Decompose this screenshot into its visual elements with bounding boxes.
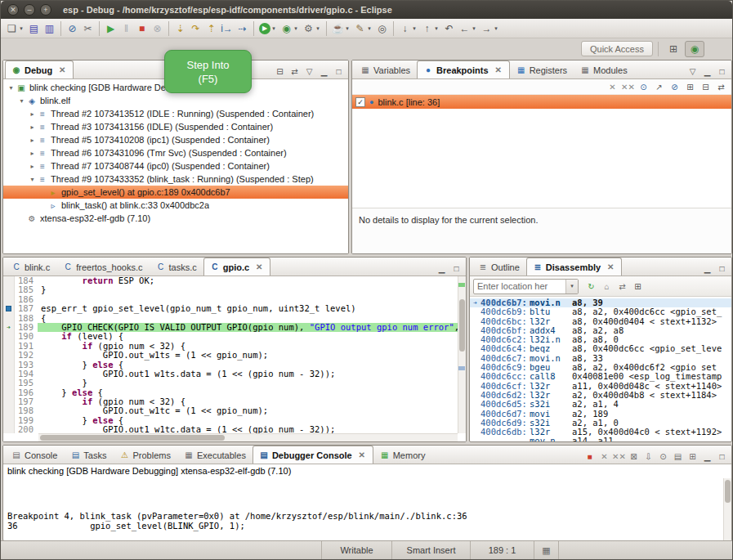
window-minimize-button[interactable]: – — [24, 4, 35, 16]
tab-debugger-console[interactable]: ▤Debugger Console✕ — [253, 446, 373, 464]
minimize-button[interactable]: ▁ — [435, 262, 449, 276]
minimize-button[interactable]: ▁ — [700, 450, 714, 464]
expander-open-icon[interactable]: ▾ — [7, 84, 16, 92]
terminate-button[interactable]: ■ — [134, 20, 150, 37]
save-all-button[interactable]: ▥ — [42, 20, 57, 37]
refresh-button[interactable]: ↻ — [584, 280, 598, 293]
forward-button[interactable]: →▾ — [479, 20, 501, 37]
show-breakpoints-for-button[interactable]: ⊙ — [637, 80, 650, 94]
expander-closed-icon[interactable]: ▸ — [28, 110, 37, 118]
location-input[interactable] — [474, 280, 565, 293]
tab-console[interactable]: ▤Console — [5, 446, 64, 464]
breakpoints-list-area[interactable] — [352, 109, 731, 208]
expander-closed-icon[interactable]: ▸ — [28, 137, 37, 144]
last-edit-location-button[interactable]: ↶ — [441, 20, 457, 37]
editor-vertical-scrollbar[interactable] — [458, 276, 466, 433]
home-button[interactable]: ⌂ — [600, 280, 614, 293]
remove-launch-button[interactable]: ✕ — [597, 450, 611, 464]
scrollbar-thumb[interactable] — [40, 435, 225, 441]
window-close-button[interactable]: ✕ — [7, 4, 19, 16]
tab-close-icon[interactable]: ✕ — [494, 65, 503, 74]
tab-problems[interactable]: ⚠Problems — [113, 446, 177, 464]
instruction-stepping-button[interactable]: i→ — [219, 20, 235, 37]
display-console-button[interactable]: ▤ — [671, 450, 685, 464]
breakpoint-checkbox[interactable]: ✓ — [355, 97, 365, 107]
editor-horizontal-scrollbar[interactable] — [38, 433, 458, 441]
open-perspective-button[interactable]: ⊞ — [664, 41, 683, 57]
skip-all-breakpoints-button[interactable]: ⊘ — [65, 20, 80, 37]
step-return-button[interactable]: ⇡ — [203, 20, 219, 37]
debug-tree-item[interactable]: ▾◈blink.elf — [3, 94, 348, 107]
debug-tree-item[interactable]: ▸≡Thread #7 1073408744 (ipc0) (Suspended… — [3, 159, 348, 172]
view-menu-button[interactable]: ▽ — [686, 65, 699, 78]
scrollbar-thumb[interactable] — [725, 480, 731, 503]
console-vertical-scrollbar[interactable] — [723, 478, 731, 540]
debug-tree-item[interactable]: ▸gpio_set_level() at gpio.c:189 0x400dc6… — [3, 186, 348, 199]
tab-freertos-hooks-c[interactable]: Cfreertos_hooks.c — [56, 258, 149, 276]
debug-tree-item[interactable]: ▾≡Thread #9 1073433352 (blink_task : Run… — [3, 172, 348, 186]
maximize-button[interactable]: □ — [449, 262, 463, 276]
editor-text-area[interactable]: 184 return ESP_OK;185}186187esp_err_t gp… — [3, 276, 458, 433]
save-button[interactable]: ▤ — [26, 20, 42, 37]
debug-perspective-button[interactable]: ◉ — [685, 41, 704, 57]
expander-closed-icon[interactable]: ▸ — [28, 123, 37, 131]
tab-gpio-c[interactable]: Cgpio.c✕ — [203, 258, 270, 276]
debug-tree-item[interactable]: ▸≡Thread #6 1073431096 (Tmr Svc) (Suspen… — [3, 146, 348, 159]
resume-button[interactable]: ▶ — [103, 20, 118, 37]
search-button[interactable]: ◎ — [374, 20, 390, 37]
remove-all-launches-button[interactable]: ✕✕ — [612, 450, 626, 464]
new-java-class-button[interactable]: ☕▾ — [330, 20, 352, 37]
breakpoint-row[interactable]: ✓●blink.c [line: 36] — [352, 95, 731, 109]
tab-registers[interactable]: ▦Registers — [510, 60, 574, 78]
next-annotation-button[interactable]: ↓▾ — [397, 20, 419, 37]
disconnect-button[interactable]: ⊗ — [150, 20, 165, 37]
tab-close-icon[interactable]: ✕ — [606, 262, 615, 271]
link-with-debug-button[interactable]: ⇄ — [288, 65, 302, 78]
back-button[interactable]: ←▾ — [457, 20, 479, 37]
remove-breakpoint-button[interactable]: ✕ — [606, 80, 619, 94]
tab-tasks-c[interactable]: Ctasks.c — [150, 258, 203, 276]
overview-marker-blue[interactable] — [458, 366, 465, 370]
use-step-filters-button[interactable]: ⇢ — [235, 20, 250, 37]
run-button[interactable]: ▶▾ — [257, 20, 279, 37]
debug-tree-item[interactable]: ⚙xtensa-esp32-elf-gdb (7.10) — [3, 212, 348, 225]
minimize-button[interactable]: ▁ — [700, 65, 714, 78]
minimize-button[interactable]: ▁ — [317, 65, 331, 78]
expand-all-button[interactable]: ⊞ — [631, 280, 645, 293]
tab-modules[interactable]: ▦Modules — [574, 60, 634, 78]
maximize-button[interactable]: □ — [715, 262, 729, 276]
suspend-button[interactable]: ‖ — [118, 20, 134, 37]
scrollbar-thumb[interactable] — [459, 299, 465, 352]
open-console-button[interactable]: ⊞ — [686, 450, 699, 464]
expand-all-button[interactable]: ⊞ — [683, 80, 697, 94]
scroll-lock-button[interactable]: ⇩ — [641, 450, 655, 464]
step-into-button[interactable]: ⇣ — [172, 20, 188, 37]
tab-tasks[interactable]: ▤Tasks — [64, 446, 113, 464]
overview-marker-green[interactable] — [458, 283, 465, 287]
debug-tree-item[interactable]: ▹blink_task() at blink.c:33 0x400dbc2a — [3, 199, 348, 212]
tab-breakpoints[interactable]: ●Breakpoints✕ — [417, 60, 510, 78]
debug-tree-item[interactable]: ▸≡Thread #5 1073410208 (ipc1) (Suspended… — [3, 133, 348, 146]
tab-close-icon[interactable]: ✕ — [357, 450, 367, 459]
maximize-button[interactable]: □ — [332, 65, 346, 78]
tab-executables[interactable]: ▦Executables — [177, 446, 253, 464]
code-editor[interactable]: 184 return ESP_OK;185}186187esp_err_t gp… — [3, 276, 466, 441]
go-to-file-button[interactable]: ↗ — [652, 80, 666, 94]
debug-launch-tree[interactable]: ▾▣blink checking [GDB Hardware Debugging… — [3, 79, 348, 253]
collapse-all-button[interactable]: ⊟ — [273, 65, 287, 78]
window-maximize-button[interactable]: + — [40, 4, 51, 16]
cut-button[interactable]: ✂ — [80, 20, 96, 37]
open-task-button[interactable]: ✎▾ — [352, 20, 374, 37]
clear-console-button[interactable]: ⊠ — [627, 450, 641, 464]
collapse-all-button[interactable]: ⊟ — [699, 80, 713, 94]
link-with-debug-button[interactable]: ⇄ — [714, 80, 728, 94]
debug-tree-item[interactable]: ▸≡Thread #3 1073413156 (IDLE) (Suspended… — [3, 120, 348, 133]
sync-button[interactable]: ⇄ — [615, 280, 629, 293]
skip-all-breakpoints-button[interactable]: ⊘ — [668, 80, 682, 94]
maximize-button[interactable]: □ — [715, 450, 729, 464]
pin-console-button[interactable]: ⊙ — [656, 450, 670, 464]
expander-open-icon[interactable]: ▾ — [17, 97, 26, 105]
quick-access-button[interactable]: Quick Access — [581, 41, 653, 56]
tab-disassembly[interactable]: ≣Disassembly✕ — [526, 258, 622, 276]
expander-closed-icon[interactable]: ▸ — [28, 163, 37, 170]
